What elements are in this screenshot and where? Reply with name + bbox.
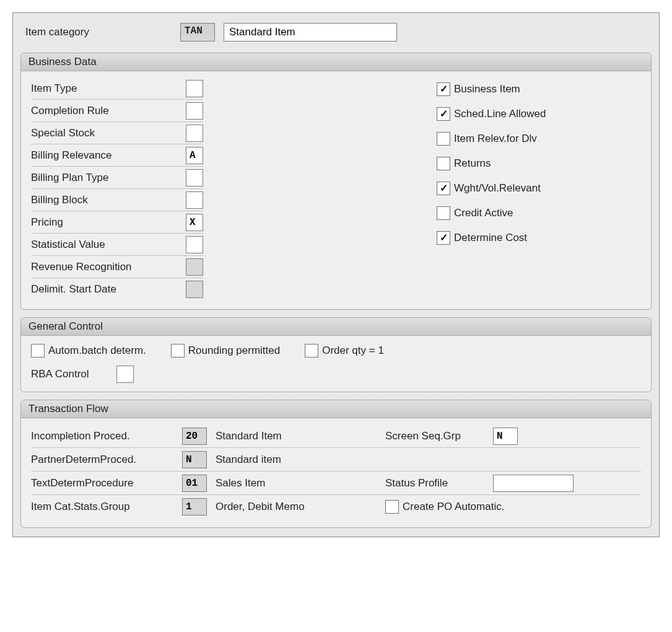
transaction-flow-row: Item Cat.Stats.GroupOrder, Debit MemoCre…: [31, 495, 641, 519]
transaction-flow-rows: Incompletion Proced.Standard ItemScreen …: [31, 424, 641, 519]
item-category-description-input[interactable]: [224, 23, 397, 42]
field-input: [186, 258, 203, 276]
check-row: Determine Cost: [437, 227, 641, 248]
tf-code-input: [182, 451, 207, 468]
checkbox-label: Returns: [454, 157, 491, 170]
field-label: Billing Plan Type: [31, 172, 186, 184]
transaction-flow-header: Transaction Flow: [21, 400, 651, 418]
business-data-field-row: Revenue Recognition: [31, 256, 203, 278]
checkbox-label: Credit Active: [454, 207, 513, 219]
checkbox-label: Autom.batch determ.: [48, 345, 146, 357]
checkbox[interactable]: [437, 82, 450, 96]
tf-code-input: [182, 428, 207, 445]
tf-label: Incompletion Proced.: [31, 430, 173, 442]
check-row: Item Relev.for Dlv: [437, 128, 641, 149]
general-control-section: General Control Autom.batch determ.Round…: [20, 317, 652, 392]
field-label: Special Stock: [31, 127, 186, 139]
field-label: Statistical Value: [31, 239, 186, 251]
tf-right-input[interactable]: [493, 475, 574, 492]
check-row: Rounding permitted: [171, 342, 280, 359]
transaction-flow-row: TextDetermProcedureSales ItemStatus Prof…: [31, 472, 641, 495]
field-input[interactable]: [186, 125, 203, 142]
business-data-field-row: Item Type: [31, 77, 203, 100]
checkbox-label: Business Item: [454, 83, 520, 95]
checkbox[interactable]: [437, 182, 450, 195]
item-category-code: TAN: [180, 23, 215, 42]
field-label: Item Type: [31, 82, 186, 95]
check-row: Create PO Automatic.: [385, 500, 504, 514]
tf-right-label: Screen Seq.Grp: [385, 430, 484, 442]
checkbox-label: Sched.Line Allowed: [454, 108, 546, 120]
rba-control-input[interactable]: [116, 366, 134, 383]
checkbox-label: Order qty = 1: [322, 345, 384, 357]
field-input[interactable]: [186, 169, 203, 187]
rba-control-label: RBA Control: [31, 368, 111, 380]
tf-label: Item Cat.Stats.Group: [31, 501, 173, 513]
tf-code-input: [182, 475, 207, 492]
field-input[interactable]: [186, 102, 203, 120]
checkbox[interactable]: [385, 500, 399, 514]
check-row: Order qty = 1: [305, 342, 384, 359]
tf-description: Sales Item: [216, 477, 377, 489]
checkbox[interactable]: [437, 206, 450, 220]
business-data-field-row: Special Stock: [31, 122, 203, 144]
check-row: Sched.Line Allowed: [437, 103, 641, 125]
field-label: Delimit. Start Date: [31, 283, 186, 296]
check-row: Credit Active: [437, 203, 641, 224]
checkbox[interactable]: [31, 344, 45, 358]
check-row: Returns: [437, 153, 641, 174]
field-label: Billing Block: [31, 194, 186, 206]
transaction-flow-section: Transaction Flow Incompletion Proced.Sta…: [20, 400, 652, 528]
check-row: Autom.batch determ.: [31, 342, 146, 359]
checkbox-label: Rounding permitted: [188, 345, 280, 357]
field-input[interactable]: [186, 191, 203, 209]
field-label: Completion Rule: [31, 105, 186, 117]
field-label: Revenue Recognition: [31, 261, 186, 273]
checkbox-label: Determine Cost: [454, 232, 527, 244]
field-label: Billing Relevance: [31, 149, 186, 162]
field-input[interactable]: [186, 214, 203, 231]
tf-description: Order, Debit Memo: [216, 501, 377, 513]
field-input[interactable]: [186, 236, 203, 253]
general-control-checks: Autom.batch determ.Rounding permittedOrd…: [31, 342, 641, 359]
business-data-fields: Item TypeCompletion RuleSpecial StockBil…: [31, 77, 203, 301]
business-data-field-row: Billing Plan Type: [31, 167, 203, 189]
checkbox[interactable]: [437, 231, 450, 245]
business-data-checks: Business ItemSched.Line AllowedItem Rele…: [437, 77, 641, 301]
field-label: Pricing: [31, 216, 186, 229]
check-row: Wght/Vol.Relevant: [437, 178, 641, 199]
checkbox[interactable]: [437, 107, 450, 121]
checkbox[interactable]: [437, 132, 450, 146]
header-row: Item category TAN: [20, 19, 652, 53]
business-data-field-row: Billing Relevance: [31, 144, 203, 167]
checkbox[interactable]: [171, 344, 185, 358]
checkbox[interactable]: [305, 344, 318, 358]
transaction-flow-row: Incompletion Proced.Standard ItemScreen …: [31, 424, 641, 448]
check-row: Business Item: [437, 79, 641, 100]
tf-code-input: [182, 498, 207, 516]
field-input: [186, 281, 203, 298]
tf-description: Standard Item: [216, 430, 377, 442]
business-data-field-row: Delimit. Start Date: [31, 278, 203, 301]
business-data-header: Business Data: [21, 53, 651, 71]
business-data-field-row: Billing Block: [31, 189, 203, 211]
checkbox-label: Item Relev.for Dlv: [454, 133, 537, 145]
field-input[interactable]: [186, 147, 203, 164]
checkbox-label: Wght/Vol.Relevant: [454, 182, 541, 195]
general-control-header: General Control: [21, 318, 651, 336]
tf-label: TextDetermProcedure: [31, 477, 173, 489]
tf-description: Standard item: [216, 454, 377, 466]
field-input[interactable]: [186, 80, 203, 97]
checkbox-label: Create PO Automatic.: [403, 501, 504, 513]
tf-right-label: Status Profile: [385, 477, 484, 489]
business-data-field-row: Completion Rule: [31, 100, 203, 122]
tf-right-input[interactable]: [493, 428, 518, 445]
business-data-field-row: Statistical Value: [31, 234, 203, 256]
transaction-flow-row: PartnerDetermProced.Standard item: [31, 448, 641, 472]
tf-label: PartnerDetermProced.: [31, 454, 173, 466]
business-data-section: Business Data Item TypeCompletion RuleSp…: [20, 53, 652, 310]
checkbox[interactable]: [437, 157, 450, 170]
item-category-panel: Item category TAN Business Data Item Typ…: [12, 12, 660, 537]
item-category-label: Item category: [25, 26, 172, 38]
business-data-field-row: Pricing: [31, 211, 203, 234]
